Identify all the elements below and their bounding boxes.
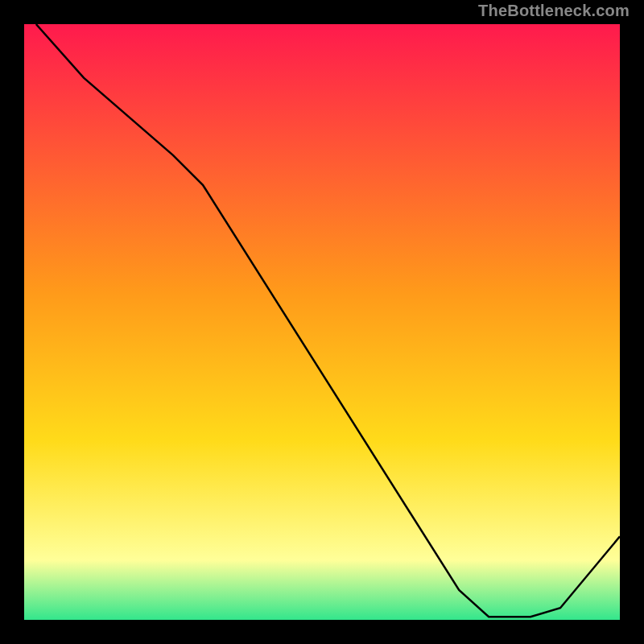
watermark-text: TheBottleneck.com <box>478 2 630 20</box>
gradient-bg <box>24 24 620 620</box>
chart-canvas: TheBottleneck.com <box>0 0 644 644</box>
plot-area <box>24 24 620 620</box>
chart-svg <box>24 24 620 620</box>
